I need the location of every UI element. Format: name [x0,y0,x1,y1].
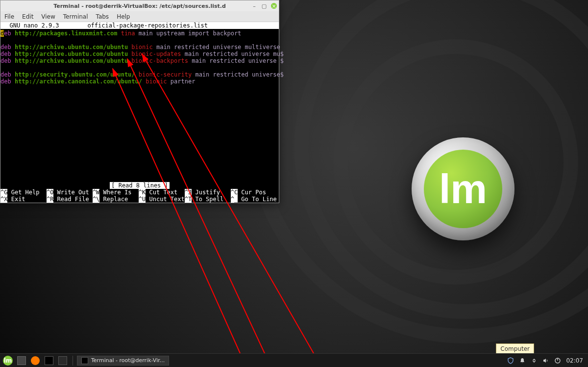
maximize-button[interactable]: ▢ [261,3,267,9]
terminal-icon [81,357,88,364]
taskbar-item-terminal[interactable]: Terminal - root@derrik-Vir... [77,356,169,366]
menu-terminal[interactable]: Terminal [63,13,88,20]
menu-file[interactable]: File [4,13,14,20]
nano-shortcuts: ^G Get Help ^O Write Out ^W Where Is ^K … [0,189,279,203]
nano-status: [ Read 8 lines ] [0,182,279,189]
computer-tooltip: Computer [496,343,534,354]
nano-header: GNU nano 2.9.3 official-package-reposito… [0,22,279,29]
nano-content: deb http://packages.linuxmint.com tina m… [0,29,279,85]
titlebar[interactable]: Terminal - root@derrik-VirtualBox: /etc/… [0,0,279,11]
power-icon[interactable] [554,357,561,364]
start-menu-button[interactable]: lm [2,355,14,367]
window-title: Terminal - root@derrik-VirtualBox: /etc/… [53,3,226,9]
menubar: File Edit View Terminal Tabs Help [0,11,279,22]
show-desktop-button[interactable] [16,355,27,367]
taskbar: lm Terminal - root@derrik-Vir... 02:07 [0,353,588,367]
notification-icon[interactable] [519,357,526,364]
files-launcher[interactable] [57,355,69,367]
network-icon[interactable] [531,357,538,364]
system-tray: 02:07 [507,357,586,364]
taskbar-item-label: Terminal - root@derrik-Vir... [91,357,165,364]
firefox-launcher[interactable] [29,355,41,367]
terminal-window[interactable]: Terminal - root@derrik-VirtualBox: /etc/… [0,0,279,203]
close-button[interactable]: × [271,3,277,9]
shield-icon[interactable] [507,357,514,364]
menu-tabs[interactable]: Tabs [96,13,109,20]
clock[interactable]: 02:07 [566,357,583,364]
terminal-launcher[interactable] [43,355,55,367]
terminal-body[interactable]: GNU nano 2.9.3 official-package-reposito… [0,22,279,203]
menu-help[interactable]: Help [117,13,130,20]
menu-edit[interactable]: Edit [22,13,33,20]
mint-logo-icon: lm [412,137,514,240]
minimize-button[interactable]: – [251,3,257,9]
volume-icon[interactable] [542,357,549,364]
menu-view[interactable]: View [41,13,55,20]
